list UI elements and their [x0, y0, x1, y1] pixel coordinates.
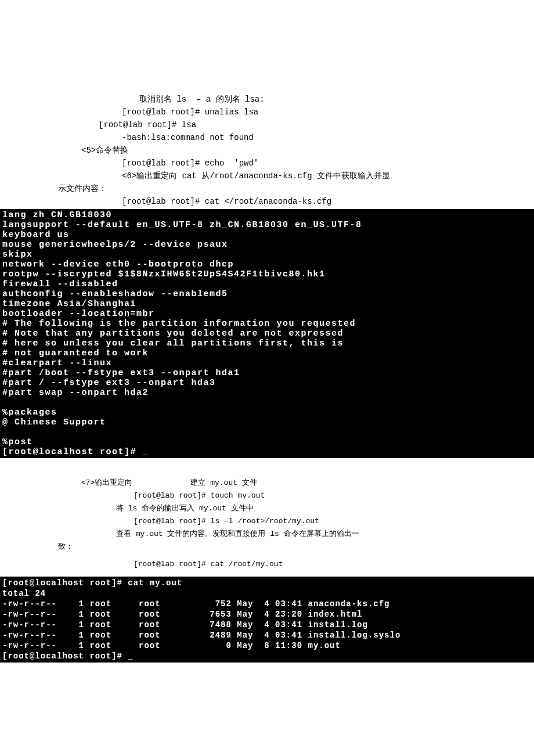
- text-span: 建立 my.out 文件: [190, 478, 257, 487]
- terminal-line: %post: [2, 437, 33, 447]
- terminal-line: total 24: [2, 589, 46, 598]
- terminal-line: -rw-r--r-- 1 root root 752 May 4 03:41 a…: [2, 599, 390, 609]
- terminal-line: # not guaranteed to work: [2, 348, 149, 358]
- terminal-line: -rw-r--r-- 1 root root 2489 May 4 03:41 …: [2, 631, 400, 640]
- terminal-line: network --device eth0 --bootproto dhcp: [2, 260, 234, 269]
- terminal-line: # here so unless you clear all partition…: [2, 339, 344, 348]
- terminal-line: skipx: [2, 250, 33, 260]
- text-line: 示文件内容：: [23, 182, 511, 195]
- text-line: [root@lab root]# unalias lsa: [23, 106, 511, 118]
- document-body: 取消别名 ls – a 的别名 lsa: [root@lab root]# un…: [0, 93, 534, 208]
- terminal-line: #part / --fstype ext3 --onpart hda3: [2, 378, 216, 388]
- terminal-line: # Note that any partitions you deleted a…: [2, 329, 344, 339]
- terminal-line: mouse genericwheelps/2 --device psaux: [2, 240, 228, 250]
- terminal-line: lang zh_CN.GB18030: [2, 210, 112, 220]
- terminal-line: firewall --disabled: [2, 279, 118, 289]
- terminal-line: #part swap --onpart hda2: [2, 388, 149, 398]
- terminal-line: @ Chinese Support: [2, 417, 106, 427]
- terminal-output-2: [root@localhost root]# cat my.out total …: [0, 577, 534, 663]
- document-body-2: <7>输出重定向建立 my.out 文件 [root@lab root]# to…: [0, 477, 534, 571]
- text-line: [root@lab root]# echo 'pwd': [23, 157, 511, 170]
- text-line: -bash:lsa:command not found: [23, 131, 511, 144]
- text-line: <5>命令替换: [23, 144, 511, 157]
- terminal-line: [2, 427, 9, 437]
- text-line: [root@lab root]# cat </root/anaconda-ks.…: [23, 195, 511, 208]
- terminal-line: #clearpart --linux: [2, 358, 112, 368]
- text-line: 查看 my.out 文件的内容。发现和直接使用 ls 命令在屏幕上的输出一: [23, 528, 511, 541]
- terminal-output-1: lang zh_CN.GB18030 langsupport --default…: [0, 209, 534, 458]
- terminal-line: -rw-r--r-- 1 root root 7488 May 4 03:41 …: [2, 620, 368, 629]
- terminal-line: # The following is the partition informa…: [2, 319, 356, 329]
- text-line: <7>输出重定向建立 my.out 文件: [23, 477, 511, 489]
- text-line: <6>输出重定向 cat 从/root/anaconda-ks.cfg 文件中获…: [23, 170, 511, 182]
- text-line: [root@lab root]# lsa: [23, 118, 511, 131]
- terminal-line: [root@localhost root]# cat my.out: [2, 578, 182, 588]
- terminal-line: langsupport --default en_US.UTF-8 zh_CN.…: [2, 220, 362, 230]
- terminal-line: [root@localhost root]# _: [2, 651, 134, 661]
- terminal-line: -rw-r--r-- 1 root root 7653 May 4 23:20 …: [2, 610, 363, 619]
- text-line: [root@lab root]# touch my.out: [23, 489, 511, 502]
- text-line: 取消别名 ls – a 的别名 lsa:: [23, 93, 511, 106]
- terminal-line: timezone Asia/Shanghai: [2, 299, 136, 309]
- terminal-line: -rw-r--r-- 1 root root 0 May 8 11:30 my.…: [2, 641, 341, 650]
- terminal-line: bootloader --location=mbr: [2, 309, 155, 319]
- text-span: <7>输出重定向: [81, 478, 132, 487]
- terminal-line: [root@localhost root]# _: [2, 447, 149, 457]
- terminal-line: authconfig --enableshadow --enablemd5: [2, 289, 228, 299]
- terminal-line: rootpw --iscrypted $1$8NzxIHW6$t2UpS4S42…: [2, 269, 326, 279]
- text-line: [root@lab root]# cat /root/my.out: [23, 558, 511, 571]
- terminal-line: #part /boot --fstype ext3 --onpart hda1: [2, 368, 240, 378]
- text-line: [root@lab root]# ls –l /root>/root/my.ou…: [23, 515, 511, 528]
- text-line: 将 ls 命令的输出写入 my.out 文件中: [23, 502, 511, 515]
- text-line: 致：: [23, 541, 511, 553]
- terminal-line: [2, 398, 9, 408]
- terminal-line: %packages: [2, 408, 57, 417]
- terminal-line: keyboard us: [2, 230, 70, 240]
